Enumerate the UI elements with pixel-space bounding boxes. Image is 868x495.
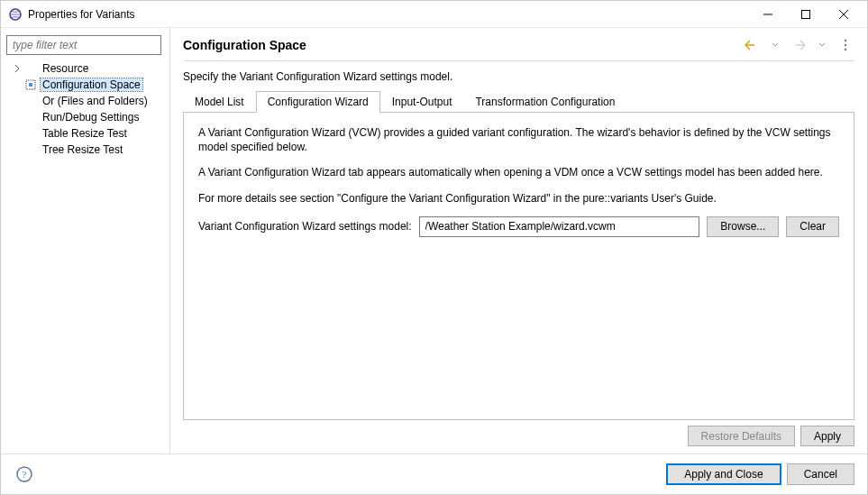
nav-tree: Resource Configuration Space Or (Files a… <box>6 60 164 446</box>
svg-point-5 <box>845 44 846 46</box>
config-space-icon <box>24 78 37 91</box>
blank-icon <box>12 79 23 90</box>
svg-point-4 <box>845 40 846 41</box>
tree-item-resource[interactable]: Resource <box>6 60 164 77</box>
sidebar: Resource Configuration Space Or (Files a… <box>1 28 170 454</box>
filter-input[interactable] <box>6 35 161 55</box>
header-nav <box>743 37 854 53</box>
svg-rect-1 <box>802 10 810 18</box>
tab-configuration-wizard[interactable]: Configuration Wizard <box>256 91 380 113</box>
tree-item-label: Table Resize Test <box>41 127 129 140</box>
svg-text:?: ? <box>23 469 27 480</box>
tree-item-label: Resource <box>41 62 90 75</box>
settings-model-label: Variant Configuration Wizard settings mo… <box>198 220 412 233</box>
main-panel: Configuration Space Specify the <box>170 28 867 454</box>
page-header: Configuration Space <box>183 37 854 61</box>
tree-item-tree-resize[interactable]: Tree Resize Test <box>6 142 164 158</box>
titlebar: Properties for Variants <box>1 1 867 28</box>
tree-item-label: Tree Resize Test <box>41 143 124 156</box>
footer: ? Apply and Close Cancel <box>1 454 867 494</box>
page-description: Specify the Variant Configuration Wizard… <box>183 70 854 83</box>
maximize-button[interactable] <box>795 4 817 25</box>
tab-transformation-configuration[interactable]: Transformation Configuration <box>463 91 626 113</box>
apply-button[interactable]: Apply <box>800 426 854 446</box>
tab-label: Input-Output <box>392 96 452 108</box>
tab-label: Transformation Configuration <box>475 96 615 108</box>
tab-label: Model List <box>195 96 244 108</box>
browse-button[interactable]: Browse... <box>707 216 779 237</box>
back-button[interactable] <box>743 37 761 53</box>
back-dropdown-icon[interactable] <box>766 37 784 53</box>
restore-defaults-button[interactable]: Restore Defaults <box>688 426 795 446</box>
tab-panel: A Variant Configuration Wizard (VCW) pro… <box>183 113 854 420</box>
clear-button[interactable]: Clear <box>786 216 839 237</box>
tree-item-label: Configuration Space <box>41 78 142 91</box>
tree-item-configuration-space[interactable]: Configuration Space <box>6 77 164 93</box>
tab-bar: Model List Configuration Wizard Input-Ou… <box>183 90 854 113</box>
tree-item-label: Run/Debug Settings <box>41 111 141 124</box>
tree-item-run-debug[interactable]: Run/Debug Settings <box>6 109 164 125</box>
svg-point-6 <box>845 49 846 50</box>
dialog-body: Resource Configuration Space Or (Files a… <box>1 28 867 454</box>
window-controls <box>757 4 854 25</box>
tab-input-output[interactable]: Input-Output <box>380 91 464 113</box>
window-title: Properties for Variants <box>28 8 757 21</box>
page-title: Configuration Space <box>183 38 743 52</box>
panel-text-2: A Variant Configuration Wizard tab appea… <box>198 165 839 179</box>
panel-text-3: For more details see section "Configure … <box>198 191 839 206</box>
page-button-bar: Restore Defaults Apply <box>183 420 854 446</box>
tree-item-label: Or (Files and Folders) <box>41 95 150 107</box>
svg-rect-3 <box>29 83 32 87</box>
tab-label: Configuration Wizard <box>268 96 369 108</box>
cancel-button[interactable]: Cancel <box>787 463 854 485</box>
panel-text-1: A Variant Configuration Wizard (VCW) pro… <box>198 125 839 154</box>
apply-and-close-button[interactable]: Apply and Close <box>666 463 781 485</box>
help-icon[interactable]: ? <box>14 463 35 485</box>
forward-dropdown-icon[interactable] <box>813 37 831 53</box>
eclipse-icon <box>8 7 23 22</box>
tree-item-table-resize[interactable]: Table Resize Test <box>6 125 164 142</box>
menu-icon[interactable] <box>836 37 854 53</box>
tab-model-list[interactable]: Model List <box>183 91 256 113</box>
blank-icon <box>24 62 37 75</box>
minimize-button[interactable] <box>757 4 779 25</box>
close-button[interactable] <box>833 4 854 25</box>
forward-button[interactable] <box>790 37 808 53</box>
tree-item-or-files-folders[interactable]: Or (Files and Folders) <box>6 93 164 109</box>
settings-model-row: Variant Configuration Wizard settings mo… <box>198 216 839 237</box>
settings-model-input[interactable] <box>419 216 700 237</box>
chevron-right-icon <box>12 63 23 74</box>
